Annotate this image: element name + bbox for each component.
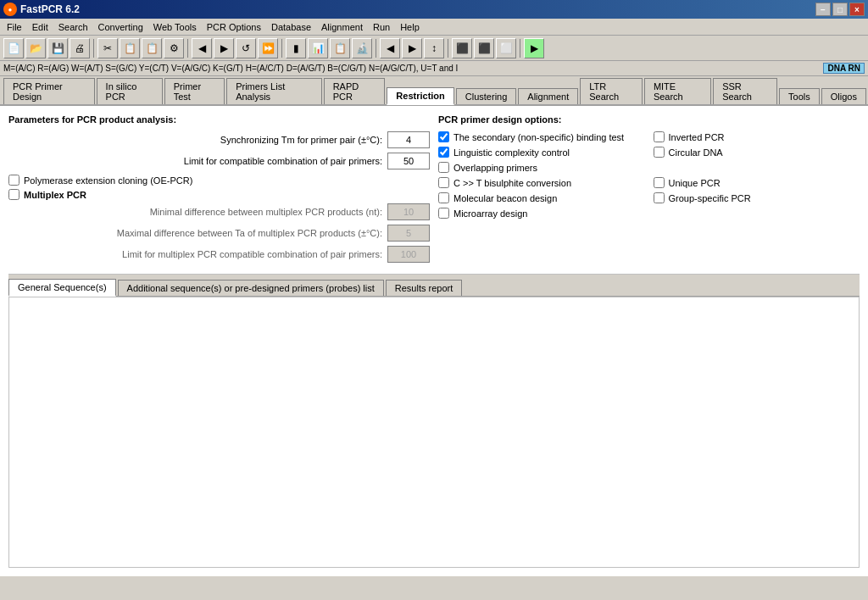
tab-clustering[interactable]: Clustering (456, 88, 517, 104)
search-button[interactable]: 🔬 (352, 38, 372, 58)
option-group-specific: Group-specific PCR (654, 192, 860, 203)
block1-button[interactable]: ⬛ (452, 38, 472, 58)
group-specific-pcr-label: Group-specific PCR (669, 193, 751, 203)
menu-item-file[interactable]: File (2, 20, 27, 34)
refresh-button[interactable]: ↺ (236, 38, 256, 58)
bisulphite-conversion-checkbox[interactable] (438, 177, 449, 188)
oe-pcr-label: Polymerase extension cloning (OE-PCR) (24, 175, 192, 186)
tab-primers-list-analysis[interactable]: Primers List Analysis (226, 78, 322, 104)
menu-item-pcr-options[interactable]: PCR Options (202, 20, 266, 34)
dna-rna-badge: DNA RN (823, 63, 865, 74)
param-input-1[interactable] (387, 131, 430, 148)
option-circular-dna: Circular DNA (654, 147, 860, 158)
menu-item-database[interactable]: Database (266, 20, 316, 34)
save-button[interactable]: 💾 (47, 38, 68, 58)
circular-dna-checkbox[interactable] (654, 147, 665, 158)
secondary-binding-checkbox[interactable] (438, 131, 449, 142)
microarray-design-checkbox[interactable] (438, 208, 449, 219)
secondary-binding-label: The secondary (non-specific) binding tes… (453, 132, 624, 142)
chart-button[interactable]: 📊 (308, 38, 328, 58)
separator-5 (448, 39, 448, 58)
param-input-2[interactable] (387, 153, 430, 169)
tab-in-silico-pcr[interactable]: In silico PCR (97, 78, 163, 104)
menu-bar: FileEditSearchConvertingWeb ToolsPCR Opt… (0, 19, 868, 36)
bottom-tab-1[interactable]: Additional sequence(s) or pre-designed p… (118, 280, 384, 296)
separator-6 (520, 39, 520, 58)
menu-item-alignment[interactable]: Alignment (316, 20, 368, 34)
block3-button[interactable]: ⬜ (496, 38, 516, 58)
maximize-button[interactable]: □ (832, 3, 848, 16)
tab-restriction[interactable]: Restriction (387, 87, 453, 105)
list-button[interactable]: 📋 (330, 38, 350, 58)
tab-alignment[interactable]: Alignment (518, 88, 578, 104)
tab-pcr-primer-design[interactable]: PCR Primer Design (3, 78, 95, 104)
tab-oligos[interactable]: Oligos (821, 88, 866, 104)
bottom-tab-0[interactable]: General Sequence(s) (8, 279, 116, 297)
overlapping-primers-checkbox[interactable] (438, 162, 449, 173)
close-button[interactable]: × (849, 3, 865, 16)
menu-item-web-tools[interactable]: Web Tools (148, 20, 202, 34)
tab-mite-search[interactable]: MITE Search (644, 78, 711, 104)
param-input-4 (387, 225, 430, 242)
main-content: Parameters for PCR product analysis: Syn… (0, 106, 868, 576)
unique-pcr-checkbox[interactable] (654, 177, 665, 188)
linguistic-complexity-checkbox[interactable] (438, 147, 449, 158)
new-button[interactable]: 📄 (3, 38, 24, 58)
param-input-5 (387, 246, 430, 263)
option-overlapping: Overlapping primers (438, 162, 645, 173)
menu-item-search[interactable]: Search (53, 20, 93, 34)
group-specific-pcr-checkbox[interactable] (654, 192, 665, 203)
param-label-3: Minimal difference between multiplex PCR… (8, 207, 387, 217)
param-row-3: Minimal difference between multiplex PCR… (8, 203, 430, 220)
tab-ltr-search[interactable]: LTR Search (580, 78, 643, 104)
inverted-pcr-checkbox[interactable] (654, 131, 665, 142)
param-row-2: Limit for compatible combination of pair… (8, 153, 430, 169)
paste-button[interactable]: 📋 (142, 38, 162, 58)
tab-tools[interactable]: Tools (779, 88, 820, 104)
multiplex-pcr-checkbox[interactable] (8, 189, 19, 200)
option-bisulphite: C >> T bisulphite conversion (438, 177, 645, 188)
molecular-beacon-label: Molecular beacon design (453, 193, 557, 203)
molecular-beacon-checkbox[interactable] (438, 192, 449, 203)
print-button[interactable]: 🖨 (70, 38, 90, 58)
tab-rapd-pcr[interactable]: RAPD PCR (324, 78, 386, 104)
menu-item-edit[interactable]: Edit (27, 20, 53, 34)
param-label-1: Synchronizing Tm for primer pair (±°C): (8, 135, 387, 145)
menu-item-run[interactable]: Run (368, 20, 395, 34)
cut-button[interactable]: ✂ (97, 38, 118, 58)
option-inverted-pcr: Inverted PCR (654, 131, 860, 142)
skip-button[interactable]: ⏩ (258, 38, 278, 58)
next-button[interactable]: ▶ (402, 38, 422, 58)
menu-item-converting[interactable]: Converting (93, 20, 148, 34)
run-button[interactable]: ▶ (524, 38, 544, 58)
expand-button[interactable]: ↕ (424, 38, 444, 58)
block2-button[interactable]: ⬛ (474, 38, 494, 58)
minimize-button[interactable]: − (815, 3, 831, 16)
formula-text: M=(A/C) R=(A/G) W=(A/T) S=(G/C) Y=(C/T) … (3, 64, 458, 73)
option-secondary-binding: The secondary (non-specific) binding tes… (438, 131, 645, 142)
sequence-text-area[interactable] (9, 297, 859, 567)
prev-button[interactable]: ◀ (380, 38, 400, 58)
param-row-5: Limit for multiplex PCR compatible combi… (8, 246, 430, 263)
options-section-title: PCR primer design options: (438, 114, 860, 125)
settings-button[interactable]: ⚙ (164, 38, 184, 58)
checkbox-multiplex: Multiplex PCR (8, 189, 430, 200)
tab-primer-test[interactable]: Primer Test (164, 78, 225, 104)
oe-pcr-checkbox[interactable] (8, 175, 19, 186)
forward-button[interactable]: ▶ (214, 38, 234, 58)
open-button[interactable]: 📂 (25, 38, 46, 58)
back-button[interactable]: ◀ (192, 38, 212, 58)
tab-ssr-search[interactable]: SSR Search (713, 78, 777, 104)
copy-button[interactable]: 📋 (120, 38, 140, 58)
menu-item-help[interactable]: Help (395, 20, 425, 34)
param-row-4: Maximal difference between Ta of multipl… (8, 225, 430, 242)
multiplex-pcr-label: Multiplex PCR (24, 190, 86, 200)
inverted-pcr-label: Inverted PCR (669, 132, 725, 142)
bottom-tabs-row: General Sequence(s)Additional sequence(s… (8, 274, 860, 297)
stop-button[interactable]: ▮ (286, 38, 306, 58)
bottom-tab-2[interactable]: Results report (386, 280, 462, 296)
option-microarray: Microarray design (438, 208, 645, 219)
circular-dna-label: Circular DNA (669, 147, 723, 158)
param-row-1: Synchronizing Tm for primer pair (±°C): (8, 131, 430, 148)
microarray-design-label: Microarray design (453, 208, 527, 219)
